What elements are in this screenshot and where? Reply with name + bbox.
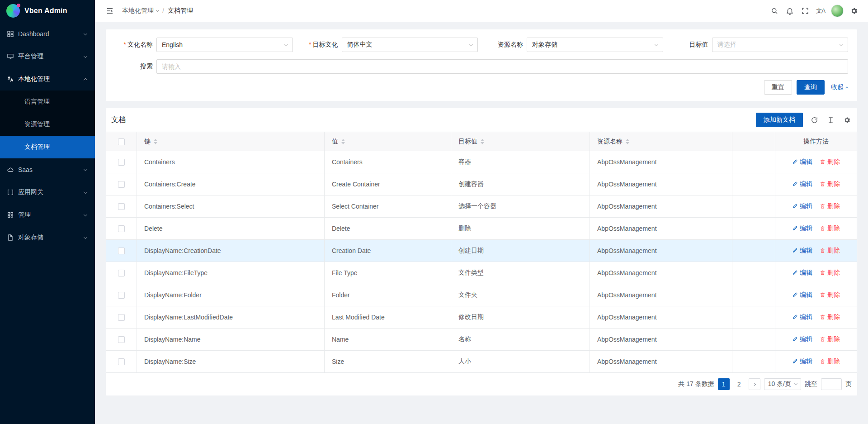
target-culture-label: 目标文化 [313,41,338,48]
table-row[interactable]: DisplayName:FileType File Type 文件类型 AbpO… [106,262,857,284]
sidebar-item-saas[interactable]: Saas [0,158,95,181]
delete-button[interactable]: 删除 [820,180,840,188]
sidebar-item-gateway[interactable]: 应用网关 [0,181,95,204]
cell-empty [732,240,775,262]
delete-button[interactable]: 删除 [820,291,840,299]
logo[interactable]: Vben Admin [0,0,95,22]
column-value[interactable]: 值 [325,132,451,151]
cell-empty [732,306,775,329]
row-checkbox[interactable] [118,270,125,276]
edit-button[interactable]: 编辑 [792,247,812,255]
avatar[interactable] [831,5,844,17]
table-row[interactable]: Containers Containers 容器 AbpOssManagemen… [106,151,857,173]
jump-page-input[interactable] [821,378,842,390]
sidebar-item-localization[interactable]: 本地化管理 [0,68,95,91]
column-key[interactable]: 键 [137,132,325,151]
target-value-select[interactable]: 请选择 [712,38,849,52]
page-button-1[interactable]: 1 [718,378,730,390]
form-item-search: 搜索 [115,59,848,74]
row-checkbox[interactable] [118,225,125,232]
column-target-value[interactable]: 目标值 [451,132,590,151]
edit-button[interactable]: 编辑 [792,180,812,188]
header-select-all[interactable] [106,132,137,151]
delete-button[interactable]: 删除 [820,247,840,255]
query-button[interactable]: 查询 [797,80,825,95]
target-culture-select[interactable]: 简体中文 [342,38,478,52]
cell-empty [732,218,775,240]
edit-button[interactable]: 编辑 [792,313,812,321]
delete-button[interactable]: 删除 [820,357,840,366]
row-checkbox[interactable] [118,314,125,321]
table-row[interactable]: Containers:Create Create Container 创建容器 … [106,173,857,195]
sidebar-item-resource-management[interactable]: 资源管理 [0,113,95,136]
culture-select[interactable]: English [156,38,293,52]
table-row[interactable]: DisplayName:Size Size 大小 AbpOssManagemen… [106,351,857,373]
resource-select[interactable]: 对象存储 [527,38,663,52]
breadcrumb-parent[interactable]: 本地化管理 [122,7,159,15]
sidebar-item-platform[interactable]: 平台管理 [0,45,95,68]
chevron-down-icon [156,9,159,12]
delete-button[interactable]: 删除 [820,224,840,233]
search-label: 搜索 [115,62,156,71]
delete-button[interactable]: 删除 [820,313,840,321]
table-row[interactable]: Containers:Select Select Container 选择一个容… [106,195,857,218]
required-mark: * [124,41,126,48]
table-row[interactable]: DisplayName:Name Name 名称 AbpOssManagemen… [106,329,857,351]
table-row[interactable]: DisplayName:Folder Folder 文件夹 AbpOssMana… [106,284,857,306]
search-icon[interactable] [767,0,782,22]
sort-icon [626,139,629,144]
column-resource-name[interactable]: 资源名称 [590,132,732,151]
sort-icon [154,139,157,144]
collapse-link[interactable]: 收起 [831,83,848,91]
page-size-select[interactable]: 10 条/页 [764,378,801,390]
trash-icon [820,203,826,209]
row-checkbox[interactable] [118,248,125,254]
row-checkbox[interactable] [118,181,125,188]
breadcrumb: 本地化管理 / 文档管理 [122,7,193,15]
reset-button[interactable]: 重置 [764,80,792,95]
edit-button[interactable]: 编辑 [792,291,812,299]
pagination-total: 共 17 条数据 [678,380,714,388]
chevron-right-icon [753,382,756,386]
sidebar-item-object-storage[interactable]: 对象存储 [0,226,95,249]
column-height-icon[interactable] [826,115,835,125]
page-button-2[interactable]: 2 [733,378,745,390]
delete-button[interactable]: 删除 [820,269,840,277]
edit-button[interactable]: 编辑 [792,269,812,277]
table-row[interactable]: DisplayName:LastModifiedDate Last Modifi… [106,306,857,329]
next-page-button[interactable] [749,378,760,390]
sidebar-item-dashboard[interactable]: Dashboard [0,23,95,45]
edit-button[interactable]: 编辑 [792,357,812,366]
row-checkbox[interactable] [118,203,125,210]
sidebar-item-language-management[interactable]: 语言管理 [0,91,95,113]
bell-icon[interactable] [782,0,797,22]
fullscreen-icon[interactable] [797,0,813,22]
delete-button[interactable]: 删除 [820,158,840,166]
translate-icon[interactable]: 文A [813,0,828,22]
refresh-icon[interactable] [809,115,819,125]
edit-button[interactable]: 编辑 [792,202,812,210]
table-row[interactable]: DisplayName:CreationDate Creation Date 创… [106,240,857,262]
menu-fold-icon[interactable] [102,0,118,22]
form-item-target-value: 目标值 请选择 [670,38,849,52]
cell-empty [732,195,775,218]
edit-button[interactable]: 编辑 [792,335,812,343]
row-checkbox[interactable] [118,159,125,166]
edit-button[interactable]: 编辑 [792,158,812,166]
sidebar-item-document-management[interactable]: 文档管理 [0,136,95,158]
row-checkbox[interactable] [118,336,125,343]
settings-gear-icon[interactable] [846,0,862,22]
chevron-down-icon [794,382,797,385]
edit-button[interactable]: 编辑 [792,224,812,233]
app-root: Vben Admin Dashboard 平台管理 [0,0,868,424]
row-checkbox[interactable] [118,292,125,299]
delete-button[interactable]: 删除 [820,335,840,343]
add-document-button[interactable]: 添加新文档 [756,113,803,127]
table-row[interactable]: Delete Delete 删除 AbpOssManagement 编辑删除 [106,218,857,240]
select-all-checkbox[interactable] [118,138,125,145]
sidebar-item-admin[interactable]: 管理 [0,204,95,226]
delete-button[interactable]: 删除 [820,202,840,210]
row-checkbox[interactable] [118,358,125,365]
search-input[interactable] [156,59,848,74]
column-settings-gear-icon[interactable] [842,115,852,125]
